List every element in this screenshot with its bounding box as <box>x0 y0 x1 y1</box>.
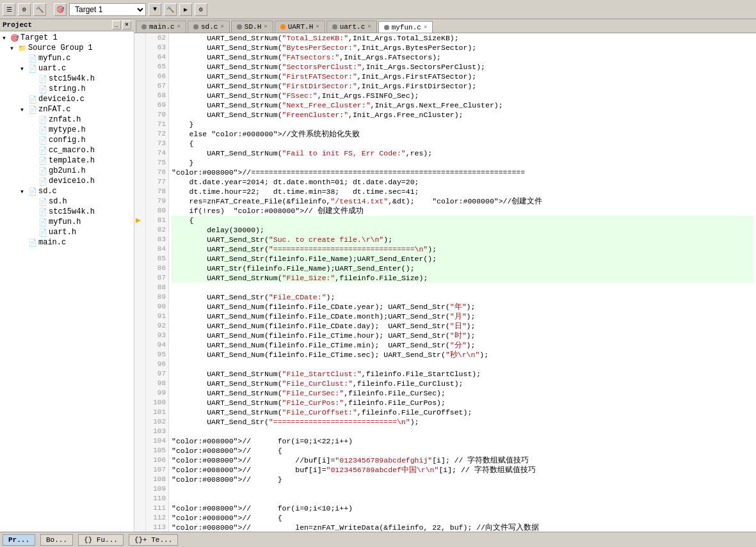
line-num-82: 82 <box>146 225 168 235</box>
tree-item-target1[interactable]: ▼ 🎯 Target 1 <box>0 33 134 43</box>
tree-arrow-znfat-c: ▼ <box>20 107 28 113</box>
line-num-100: 100 <box>146 398 168 408</box>
tree-item-mytype-h[interactable]: 📄 mytype.h <box>0 125 134 135</box>
tab-sd-h[interactable]: SD.H × <box>231 20 273 33</box>
code-line-80: if(!res) "color:#008000">// 创建文件成功 <box>172 206 753 216</box>
line-num-101: 101 <box>146 408 168 417</box>
project-tree: ▼ 🎯 Target 1 ▼ 📁 Source Group 1 📄 myfun.… <box>0 31 134 249</box>
code-line-112: "color:#008000">// { <box>172 513 753 523</box>
toolbar-settings-btn[interactable]: ⚙ <box>195 3 207 16</box>
target-dropdown[interactable]: Target 1 <box>69 3 146 16</box>
tab-close-uart-h[interactable]: × <box>316 24 319 30</box>
code-line-108: "color:#008000">// } <box>172 475 753 484</box>
tree-icon-sourcegroup1: 📁 <box>18 44 27 52</box>
line-num-107: 107 <box>146 465 168 475</box>
status-tab-functions[interactable]: {} Fu... <box>78 534 124 546</box>
tree-item-myfun-h[interactable]: 📄 myfun.h <box>0 217 134 227</box>
tree-icon-config-h: 📄 <box>38 136 47 145</box>
tree-label-cc-macro-h: cc_macro.h <box>49 146 95 155</box>
tree-item-uart-c[interactable]: ▼ 📄 uart.c <box>0 63 134 74</box>
code-content[interactable]: UART_Send_StrNum("Total_SizeKB:",Init_Ar… <box>169 33 756 532</box>
line-num-102: 102 <box>146 417 168 427</box>
tree-item-gb2uni-h[interactable]: 📄 gb2uni.h <box>0 166 134 176</box>
tree-item-deviceio-c[interactable]: 📄 deviceio.c <box>0 94 134 104</box>
line-num-70: 70 <box>146 110 168 120</box>
code-line-63: UART_Send_StrNum("BytesPerSector:",Init_… <box>172 43 753 52</box>
toolbar-build-btn[interactable]: 🔨 <box>164 3 177 16</box>
code-line-73: { <box>172 139 753 148</box>
tree-item-template-h[interactable]: 📄 template.h <box>0 155 134 166</box>
tree-item-string-h[interactable]: 📄 string.h <box>0 84 134 94</box>
tabs-bar: main.c × sd.c × SD.H × UART.H × uart.c <box>134 19 756 33</box>
target-expand-btn[interactable]: ▼ <box>149 3 161 16</box>
code-line-71: } <box>172 120 753 129</box>
tree-label-myfun-c: myfun.c <box>38 54 70 63</box>
tree-label-uart-h: uart.h <box>49 228 76 237</box>
tree-label-main-c: main.c <box>38 238 66 247</box>
tree-item-deviceio-h[interactable]: 📄 deviceio.h <box>0 176 134 186</box>
code-line-82: delay(30000); <box>172 225 753 235</box>
tree-item-znfat-c[interactable]: ▼ 📄 znFAT.c <box>0 104 134 115</box>
tree-item-myfun-c[interactable]: 📄 myfun.c <box>0 53 134 63</box>
code-line-96 <box>172 360 753 369</box>
code-line-85: UART_Send_Str(fileinfo.File_Name);UART_S… <box>172 254 753 264</box>
tab-uart-h[interactable]: UART.H × <box>275 20 325 33</box>
line-num-64: 64 <box>146 52 168 62</box>
tree-item-stc15w4k-h[interactable]: 📄 stc15w4k.h <box>0 74 134 84</box>
tree-icon-cc-macro-h: 📄 <box>38 147 47 155</box>
tree-label-stc15w4k-h2: stc15w4k.h <box>49 207 95 216</box>
tree-icon-main-c: 📄 <box>28 239 37 247</box>
tree-icon-deviceio-h: 📄 <box>38 177 47 186</box>
line-num-111: 111 <box>146 503 168 513</box>
tree-item-config-h[interactable]: 📄 config.h <box>0 135 134 145</box>
sidebar-collapse-btn[interactable]: _ <box>112 20 121 29</box>
code-line-105: "color:#008000">// { <box>172 446 753 456</box>
sidebar-header-btns: _ × <box>112 20 131 29</box>
code-line-67: UART_Send_StrNum("FirstDirSector:",Init_… <box>172 81 753 91</box>
code-line-77: dt.date.year=2014; dt.date.month=01; dt.… <box>172 177 753 187</box>
line-num-79: 79 <box>146 196 168 206</box>
line-num-88: 88 <box>146 283 168 292</box>
status-tab-templates[interactable]: {}+ Te... <box>129 534 178 546</box>
tree-item-uart-h[interactable]: 📄 uart.h <box>0 227 134 237</box>
status-tab-project[interactable]: Pr... <box>3 534 35 546</box>
toolbar-run-btn[interactable]: ▶ <box>179 3 192 16</box>
line-num-68: 68 <box>146 91 168 100</box>
code-line-94: UART_Send_Num(fileinfo.File_CTime.min); … <box>172 340 753 350</box>
line-num-71: 71 <box>146 120 168 129</box>
sidebar: Project _ × ▼ 🎯 Target 1 ▼ 📁 Source Grou… <box>0 19 134 532</box>
line-num-91: 91 <box>146 312 168 321</box>
toolbar-btn-1[interactable]: ☰ <box>3 3 15 16</box>
toolbar-btn-2[interactable]: ⚙ <box>18 3 31 16</box>
tree-item-sd-c[interactable]: ▼ 📄 sd.c <box>0 186 134 196</box>
tree-icon-myfun-h: 📄 <box>38 218 47 226</box>
tab-myfun-c[interactable]: myfun.c × <box>378 21 433 33</box>
status-tab-build[interactable]: Bo... <box>40 534 73 546</box>
tree-icon-string-h: 📄 <box>38 85 47 93</box>
tab-close-uart-c[interactable]: × <box>367 24 371 30</box>
toolbar-btn-3[interactable]: 🔨 <box>33 3 46 16</box>
tree-label-deviceio-h: deviceio.h <box>49 177 95 186</box>
code-editor[interactable]: ▶ 62636465666768697071727374757677787980… <box>134 33 756 532</box>
target-icon: 🎯 <box>54 3 67 16</box>
code-line-109 <box>172 484 753 494</box>
tree-item-stc15w4k-h2[interactable]: 📄 stc15w4k.h <box>0 207 134 217</box>
tree-item-sourcegroup1[interactable]: ▼ 📁 Source Group 1 <box>0 43 134 53</box>
tab-close-sd-h[interactable]: × <box>264 24 267 30</box>
tab-sd-c[interactable]: sd.c × <box>188 20 230 33</box>
tab-close-main-c[interactable]: × <box>177 24 181 30</box>
tab-uart-c[interactable]: uart.c × <box>326 20 377 33</box>
sidebar-close-btn[interactable]: × <box>122 20 131 29</box>
tree-item-main-c[interactable]: 📄 main.c <box>0 237 134 248</box>
tab-main-c[interactable]: main.c × <box>136 20 186 33</box>
tree-item-znfat-h[interactable]: 📄 znfat.h <box>0 115 134 125</box>
tab-close-sd-c[interactable]: × <box>220 24 223 30</box>
line-numbers: 6263646566676869707172737475767778798081… <box>146 33 169 532</box>
tree-icon-uart-h: 📄 <box>38 228 47 237</box>
line-num-113: 113 <box>146 523 168 532</box>
tree-item-cc-macro-h[interactable]: 📄 cc_macro.h <box>0 145 134 155</box>
tree-arrow-target1: ▼ <box>3 35 10 41</box>
tab-close-myfun-c[interactable]: × <box>424 24 427 31</box>
tree-item-sd-h[interactable]: 📄 sd.h <box>0 196 134 207</box>
tree-label-sd-h: sd.h <box>49 197 67 206</box>
